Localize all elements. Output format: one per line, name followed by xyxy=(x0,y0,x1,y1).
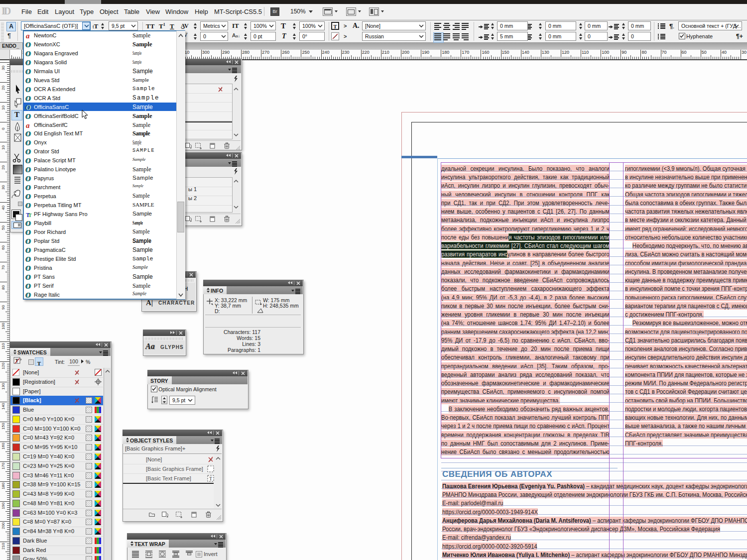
svg-text:T: T xyxy=(209,476,212,481)
